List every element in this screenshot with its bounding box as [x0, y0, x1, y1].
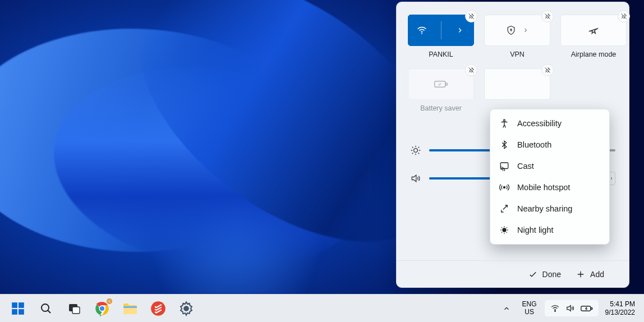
svg-point-27 — [184, 306, 188, 310]
start-button[interactable] — [7, 297, 29, 320]
svg-rect-3 — [446, 83, 448, 85]
shield-icon — [505, 25, 517, 36]
airplane-icon — [587, 24, 600, 36]
svg-rect-16 — [19, 309, 24, 315]
wifi-tray-icon — [550, 303, 560, 313]
svg-point-10 — [500, 169, 502, 170]
search-button[interactable] — [35, 297, 57, 320]
accessibility-icon — [499, 118, 509, 128]
wifi-toggle[interactable] — [408, 15, 474, 46]
partial-tile — [484, 68, 550, 112]
menu-item-bluetooth[interactable]: Bluetooth — [490, 134, 609, 155]
menu-item-label: Mobile hotspot — [517, 183, 570, 192]
battery-leaf-icon — [434, 79, 448, 89]
lang-line1: ENG — [522, 301, 537, 309]
quick-settings-footer: Done Add — [397, 260, 629, 287]
battery-saver-tile: Battery saver — [408, 68, 474, 112]
svg-point-12 — [503, 228, 506, 232]
menu-item-night-light[interactable]: Night light — [490, 219, 609, 241]
quick-settings-panel: PANKIL VPN — [396, 2, 629, 288]
svg-rect-19 — [72, 307, 80, 314]
overflow-tray-button[interactable] — [499, 297, 514, 320]
wifi-tile: PANKIL — [408, 15, 474, 58]
menu-item-label: Nearby sharing — [517, 204, 572, 213]
svg-rect-25 — [123, 306, 137, 308]
svg-rect-30 — [591, 307, 592, 309]
battery-saver-toggle — [408, 68, 474, 100]
menu-item-cast[interactable]: Cast — [490, 155, 609, 177]
menu-item-label: Cast — [517, 162, 534, 171]
menu-item-mobile-hotspot[interactable]: Mobile hotspot — [490, 177, 609, 198]
nearby-sharing-icon — [499, 204, 509, 214]
menu-item-nearby-sharing[interactable]: Nearby sharing — [490, 198, 609, 219]
brightness-icon — [410, 145, 421, 156]
todoist-app[interactable] — [147, 297, 169, 320]
airplane-mode-toggle[interactable] — [560, 15, 627, 46]
chevron-right-icon — [522, 27, 529, 34]
svg-point-28 — [554, 311, 555, 312]
chrome-app[interactable] — [91, 297, 113, 320]
unpin-wifi-button[interactable] — [465, 10, 477, 22]
svg-rect-15 — [12, 309, 17, 315]
bluetooth-icon — [499, 140, 509, 150]
svg-point-4 — [414, 149, 418, 153]
unpin-airplane-button[interactable] — [618, 10, 630, 22]
taskbar: ENG US 5:41 PM 9/13/2022 — [0, 294, 644, 322]
svg-rect-9 — [500, 163, 508, 169]
svg-point-0 — [421, 33, 422, 34]
cast-icon — [499, 161, 509, 171]
settings-app[interactable] — [175, 297, 197, 320]
file-explorer-app[interactable] — [119, 297, 141, 320]
wifi-label: PANKIL — [408, 50, 474, 58]
system-tray[interactable] — [545, 300, 599, 316]
vpn-tile: VPN — [484, 15, 550, 58]
svg-point-8 — [504, 119, 505, 121]
clock-date: 9/13/2022 — [605, 309, 635, 317]
svg-point-1 — [510, 29, 512, 30]
clock-time: 5:41 PM — [605, 300, 635, 309]
menu-item-label: Night light — [517, 226, 553, 234]
speaker-icon — [410, 173, 421, 184]
task-view-button[interactable] — [63, 297, 85, 320]
unpin-partial-button[interactable] — [541, 64, 554, 76]
svg-rect-13 — [12, 302, 17, 308]
vpn-toggle[interactable] — [484, 15, 550, 46]
volume-tray-icon — [565, 303, 575, 313]
unpin-battery-saver-button[interactable] — [465, 64, 477, 76]
language-indicator[interactable]: ENG US — [519, 300, 540, 318]
airplane-mode-tile: Airplane mode — [560, 15, 627, 58]
wifi-icon — [408, 15, 435, 45]
taskbar-clock[interactable]: 5:41 PM 9/13/2022 — [603, 300, 637, 317]
night-light-icon — [499, 225, 509, 235]
add-button[interactable]: Add — [576, 269, 604, 279]
add-label: Add — [590, 270, 604, 279]
unpin-vpn-button[interactable] — [541, 10, 554, 22]
done-label: Done — [542, 270, 561, 279]
svg-point-11 — [504, 187, 505, 188]
menu-item-label: Accessibility — [517, 119, 562, 128]
battery-tray-icon — [581, 305, 593, 312]
done-button[interactable]: Done — [528, 269, 561, 279]
add-quick-setting-menu: Accessibility Bluetooth Cast Mobile hots… — [490, 109, 610, 245]
battery-saver-label: Battery saver — [408, 104, 474, 112]
vpn-label: VPN — [484, 50, 550, 58]
menu-item-accessibility[interactable]: Accessibility — [490, 113, 609, 134]
svg-rect-14 — [19, 302, 24, 308]
airplane-mode-label: Airplane mode — [560, 50, 627, 58]
partial-tile-button[interactable] — [484, 68, 550, 100]
hotspot-icon — [499, 182, 509, 192]
menu-item-label: Bluetooth — [517, 140, 551, 149]
lang-line2: US — [522, 309, 537, 316]
